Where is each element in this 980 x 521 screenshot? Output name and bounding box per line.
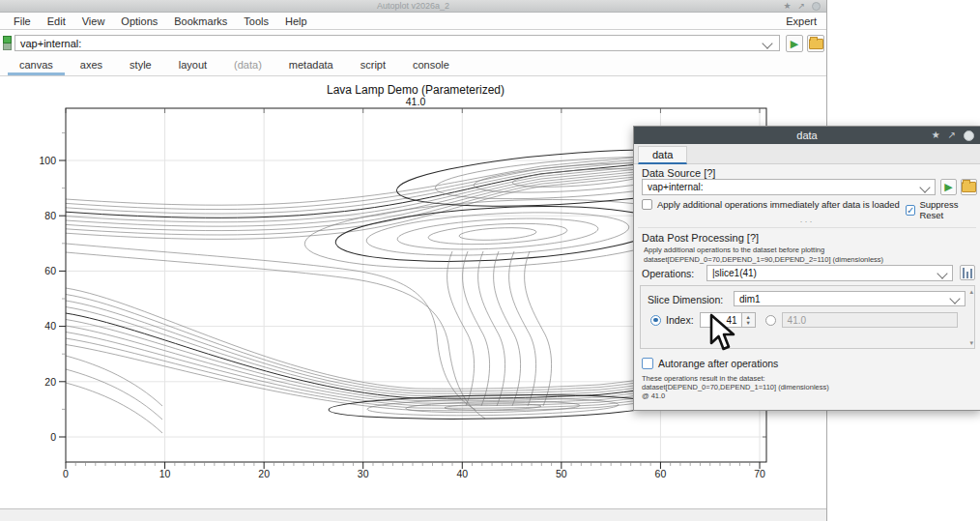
svg-text:70: 70	[754, 468, 765, 479]
chevron-down-icon[interactable]	[949, 293, 960, 304]
operations-value: |slice1(41)	[712, 268, 757, 278]
index-radio[interactable]	[650, 315, 661, 326]
sliders-icon	[963, 268, 972, 278]
value-input-disabled: 41.0	[782, 312, 958, 328]
result-intro: These operations result in the dataset:	[642, 374, 765, 383]
index-spinner-buttons[interactable]: ▴ ▾	[742, 312, 756, 328]
apply-immediately-checkbox[interactable]	[642, 199, 652, 210]
dialog-uri-input[interactable]: vap+internal:	[642, 179, 936, 195]
value-text: 41.0	[788, 315, 806, 326]
folder-icon	[962, 182, 976, 192]
slice-dimension-value: dim1	[739, 294, 761, 304]
result-dataset: dataset[DEPEND_0=70,DEPEND_1=110] (dimen…	[642, 383, 829, 391]
svg-text:60: 60	[44, 265, 56, 276]
plot-subtitle: 41.0	[406, 96, 426, 107]
svg-text:20: 20	[258, 468, 270, 479]
svg-text:60: 60	[655, 468, 667, 479]
mouse-cursor	[708, 313, 741, 354]
input-dataset-summary: dataset[DEPEND_0=70,DEPEND_1=90,DEPEND_2…	[644, 255, 883, 264]
dialog-tab-row: data	[634, 144, 980, 164]
operations-label: Operations:	[642, 268, 694, 279]
svg-text:0: 0	[50, 431, 56, 443]
tab-data[interactable]: data	[638, 146, 687, 164]
svg-text:0: 0	[63, 468, 69, 479]
svg-text:30: 30	[358, 468, 369, 479]
index-label: Index:	[666, 314, 694, 326]
play-icon: ▶	[944, 182, 952, 192]
operations-input[interactable]: |slice1(41)	[706, 265, 953, 281]
autorange-checkbox[interactable]	[642, 358, 653, 369]
autorange-checkbox-row[interactable]: Autorange after operations	[642, 358, 778, 369]
slice-dimension-label: Slice Dimension:	[648, 294, 723, 305]
suppress-reset-checkbox[interactable]: ✓	[906, 205, 915, 216]
slice-dimension-select[interactable]: dim1	[734, 291, 966, 306]
svg-text:100: 100	[39, 155, 56, 166]
result-context: @ 41.0	[642, 391, 665, 400]
data-source-heading[interactable]: Data Source [?]	[642, 167, 715, 179]
scroll-down-icon[interactable]: ▾	[969, 339, 973, 346]
svg-text:20: 20	[44, 376, 56, 388]
chevron-down-icon[interactable]	[919, 182, 930, 192]
window-menu-icon[interactable]	[964, 130, 974, 141]
index-row: Index: 41 ▴ ▾ 41.0	[650, 312, 958, 328]
data-dialog: data ★ ↗ data Data Source [?] vap+intern…	[633, 126, 980, 411]
svg-text:50: 50	[556, 468, 567, 479]
apply-immediately-label: Apply additional operations immediately …	[657, 199, 900, 210]
status-bar	[0, 508, 826, 521]
apply-immediately-checkbox-row[interactable]: Apply additional operations immediately …	[642, 199, 900, 210]
svg-text:40: 40	[456, 468, 468, 479]
pin-icon[interactable]: ★	[932, 127, 940, 144]
dialog-title: data	[796, 130, 817, 141]
spinner-down-icon[interactable]: ▾	[746, 320, 749, 326]
scroll-up-icon[interactable]: ▴	[969, 288, 973, 295]
svg-text:80: 80	[44, 210, 56, 221]
dialog-go-button[interactable]: ▶	[940, 179, 957, 195]
plot-title: Lava Lamp Demo (Parameterized)	[327, 83, 504, 97]
dialog-titlebar[interactable]: data ★ ↗	[634, 127, 980, 144]
operations-picker-button[interactable]	[960, 265, 975, 280]
value-radio[interactable]	[765, 315, 776, 326]
svg-text:40: 40	[44, 320, 56, 332]
section-divider	[638, 227, 976, 228]
chevron-down-icon[interactable]	[937, 268, 947, 278]
operation-editor-panel: ▴ ▾ Slice Dimension: dim1 Index: 41 ▴ ▾ …	[640, 285, 975, 349]
resize-icon[interactable]: ↗	[948, 127, 956, 144]
dialog-file-browse-button[interactable]	[961, 179, 977, 195]
svg-text:10: 10	[159, 468, 171, 479]
post-processing-hint: Apply additional operations to the datas…	[644, 246, 824, 254]
post-processing-heading[interactable]: Data Post Processing [?]	[642, 232, 759, 244]
autorange-label: Autorange after operations	[658, 358, 778, 369]
splitter-handle[interactable]: ···	[634, 217, 980, 225]
dialog-uri-value: vap+internal:	[648, 182, 704, 192]
